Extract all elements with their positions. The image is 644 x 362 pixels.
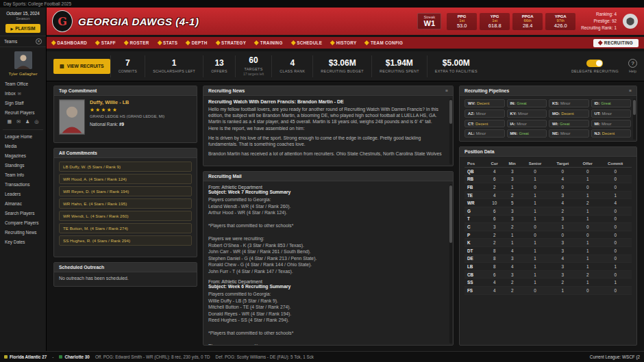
mail-icon[interactable]: ✉ — [16, 119, 21, 125]
sidebar-item-almanac[interactable]: Almanac — [0, 198, 46, 208]
value-cell: 1 — [576, 215, 599, 223]
commitment-item[interactable]: LB Duffy, W. (5 Stars / Rank 9) — [59, 161, 192, 172]
scrollbar[interactable] — [633, 99, 636, 140]
mail-line: Donald Reyes - WR (4 Star / Rank 194). — [208, 311, 443, 318]
commitment-item[interactable]: WR Wendt, L. (4 Stars / Rank 260) — [59, 211, 192, 221]
pipeline-ct[interactable]: CT:Decent — [465, 120, 505, 128]
tab-team-config[interactable]: TEAM CONFIG — [365, 40, 403, 45]
pipeline-mn[interactable]: MN:Great — [507, 129, 547, 138]
play-sim-button[interactable]: ▶ PLAY/SIM — [5, 24, 40, 33]
pipeline-mo[interactable]: MO:Decent — [549, 109, 589, 118]
tab-depth[interactable]: DEPTH — [186, 40, 207, 45]
player-name[interactable]: Duffy, Willie - LB — [90, 99, 164, 105]
tab-history[interactable]: HISTORY — [331, 40, 356, 45]
pipeline-in[interactable]: IN:Great — [507, 99, 547, 107]
table-row-de[interactable]: DE831410 — [465, 255, 632, 263]
sidebar-link-sign-staff[interactable]: Sign Staff — [0, 98, 46, 107]
view-recruits-button[interactable]: ▤ VIEW RECRUITS — [53, 59, 110, 74]
scrollbar-thumb[interactable] — [449, 185, 452, 243]
sidebar-item-recruiting-news[interactable]: Recruiting News — [0, 227, 46, 237]
sidebar-link-inbox[interactable]: Inbox✉ — [0, 88, 46, 98]
position-table-body: QB430000RB631410FB210000TE421311WR105142… — [465, 168, 632, 295]
commitment-item[interactable]: WR Hood, A. (4 Stars / Rank 124) — [59, 174, 192, 184]
pipeline-wi[interactable]: WI:Great — [549, 120, 589, 128]
pipeline-ia[interactable]: IA:Minor — [507, 120, 547, 128]
panel-menu-icon[interactable]: ≡ — [445, 88, 448, 93]
tab-staff[interactable]: STAFF — [96, 40, 116, 45]
scrollbar-thumb[interactable] — [449, 100, 452, 124]
table-row-qb[interactable]: QB430000 — [465, 168, 632, 176]
value-cell: 3 — [504, 270, 521, 279]
pipeline-ks[interactable]: KS:Minor — [549, 99, 589, 107]
sidebar-item-league-home[interactable]: League Home — [0, 131, 46, 141]
tab-label: STATS — [163, 40, 177, 45]
pipeline-level: Minor — [518, 112, 528, 116]
sidebar-item-transactions[interactable]: Transactions — [0, 179, 46, 189]
diamond-icon — [158, 40, 162, 44]
sidebar-item-standings[interactable]: Standings — [0, 160, 46, 170]
commitment-item[interactable]: TE Button, M. (4 Stars / Rank 274) — [59, 223, 192, 233]
scout-icon[interactable]: ◎ — [34, 119, 38, 125]
scrollbar-thumb[interactable] — [633, 100, 636, 115]
panel-title: Scheduled Outreach — [54, 263, 197, 272]
table-row-fs[interactable]: FS420100 — [465, 286, 632, 294]
table-row-te[interactable]: TE421311 — [465, 191, 632, 199]
tab-stats[interactable]: STATS — [158, 40, 178, 45]
pipeline-mi[interactable]: MI:Minor — [591, 120, 632, 128]
tab-roster[interactable]: ROSTER — [125, 40, 149, 45]
sidebar-item-search-players[interactable]: Search Players — [0, 208, 46, 218]
sidebar-item-key-dates[interactable]: Key Dates — [0, 237, 46, 246]
commitment-item[interactable]: WR Hahn, E. (4 Stars / Rank 195) — [59, 198, 192, 209]
close-icon[interactable]: ✕ — [36, 38, 42, 44]
pipeline-level: Minor — [602, 112, 612, 116]
table-row-wr[interactable]: WR1051424 — [465, 199, 632, 207]
pipeline-id[interactable]: ID:Great — [591, 99, 632, 107]
help-icon[interactable]: ? — [628, 59, 637, 68]
commitment-item[interactable]: SS Hughes, R. (4 Stars / Rank 294) — [59, 235, 192, 246]
metric-recruiting-spent: $1.94MRECRUITING SPENT — [371, 55, 427, 77]
pipeline-az[interactable]: AZ:Minor — [465, 109, 505, 118]
pipeline-ne[interactable]: NE:Minor — [549, 129, 589, 138]
commitment-item[interactable]: WR Reyes, D. (4 Stars / Rank 194) — [59, 186, 192, 196]
table-row-lb[interactable]: LB841311 — [465, 263, 632, 271]
table-row-p[interactable]: P210000 — [465, 231, 632, 239]
tab-strategy[interactable]: STRATEGY — [216, 40, 247, 45]
pipeline-ky[interactable]: KY:Minor — [507, 109, 547, 118]
sidebar-link-team-office[interactable]: Team Office — [0, 79, 46, 88]
players-icon[interactable]: ♟ — [25, 119, 29, 125]
scrollbar[interactable] — [449, 184, 452, 344]
sidebar-link-recruit-players[interactable]: Recruit Players — [0, 107, 46, 117]
table-row-c[interactable]: C320100 — [465, 223, 632, 231]
sidebar-item-leaders[interactable]: Leaders — [0, 189, 46, 198]
tab-training[interactable]: TRAINING — [255, 40, 282, 45]
pipeline-al[interactable]: AL:Minor — [465, 129, 505, 138]
pipeline-state: AZ: — [468, 112, 475, 116]
pipeline-state: UT: — [595, 112, 601, 116]
sidebar-item-media[interactable]: Media — [0, 141, 46, 151]
tab-schedule[interactable]: SCHEDULE — [292, 40, 323, 45]
calendar-icon[interactable]: ▦ — [8, 119, 12, 125]
scrollbar[interactable] — [449, 99, 452, 164]
sidebar-item-magazines[interactable]: Magazines — [0, 151, 46, 160]
table-row-ss[interactable]: SS421211 — [465, 279, 632, 287]
pipeline-ut[interactable]: UT:Minor — [591, 109, 632, 118]
position-cell: TE — [465, 191, 486, 199]
table-row-k[interactable]: K211310 — [465, 239, 632, 247]
user-name: Tyler Gallagher — [0, 71, 46, 76]
table-row-t[interactable]: T631310 — [465, 215, 632, 223]
table-row-rb[interactable]: RB631410 — [465, 175, 632, 183]
sidebar-item-team-info[interactable]: Team Info — [0, 170, 46, 179]
table-row-g[interactable]: G631210 — [465, 207, 632, 215]
pipeline-nj[interactable]: NJ:Decent — [591, 129, 632, 138]
pipeline-wv[interactable]: WV:Decent — [465, 99, 505, 107]
sidebar-item-compare-players[interactable]: Compare Players — [0, 218, 46, 227]
panel-menu-icon[interactable]: ≡ — [629, 88, 632, 93]
delegate-toggle[interactable] — [586, 60, 603, 67]
table-row-fb[interactable]: FB210000 — [465, 183, 632, 192]
table-row-dt[interactable]: DT841310 — [465, 246, 632, 255]
tab-recruiting[interactable]: RECRUITING — [593, 39, 639, 47]
value-cell: 0 — [599, 239, 632, 247]
tab-label: DEPTH — [192, 40, 208, 45]
tab-dashboard[interactable]: DASHBOARD — [52, 40, 87, 45]
table-row-cb[interactable]: CB631320 — [465, 270, 632, 279]
